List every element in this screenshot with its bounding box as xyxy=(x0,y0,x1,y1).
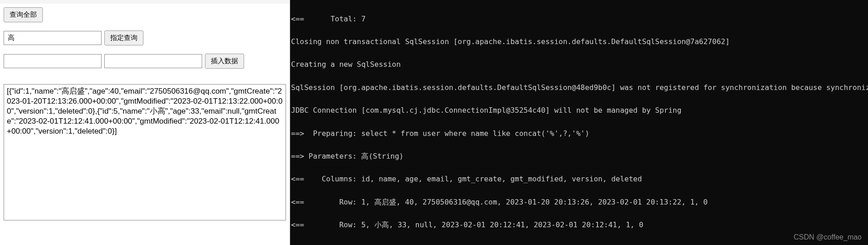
terminal-line: <== Total: 7 xyxy=(291,15,867,23)
query-all-button[interactable]: 查询全部 xyxy=(4,7,43,22)
search-input[interactable] xyxy=(4,31,102,45)
insert-input-1[interactable] xyxy=(4,54,102,68)
browser-content-panel: 查询全部 指定查询 插入数据 [{"id":1,"name":"高启盛","ag… xyxy=(0,0,290,245)
query-all-row: 查询全部 xyxy=(4,7,286,22)
watermark-text: CSDN @coffee_mao xyxy=(794,234,862,241)
result-textarea[interactable]: [{"id":1,"name":"高启盛","age":40,"email":"… xyxy=(4,84,286,220)
insert-row: 插入数据 xyxy=(4,54,286,69)
terminal-panel[interactable]: <== Total: 7 Closing non transactional S… xyxy=(290,0,868,245)
toolbar-hint-area xyxy=(0,0,290,4)
insert-input-2[interactable] xyxy=(104,54,202,68)
search-row: 指定查询 xyxy=(4,30,286,45)
terminal-line: <== Columns: id, name, age, email, gmt_c… xyxy=(291,175,867,183)
terminal-line: <== Row: 5, 小高, 33, null, 2023-02-01 20:… xyxy=(291,221,867,229)
search-button[interactable]: 指定查询 xyxy=(104,30,143,45)
terminal-line: ==> Parameters: 高(String) xyxy=(291,153,867,160)
form-area: 查询全部 指定查询 插入数据 xyxy=(0,4,290,80)
terminal-line: <== Row: 1, 高启盛, 40, 2750506316@qq.com, … xyxy=(291,199,867,206)
terminal-line: JDBC Connection [com.mysql.cj.jdbc.Conne… xyxy=(291,107,867,115)
insert-button[interactable]: 插入数据 xyxy=(205,54,244,69)
terminal-line: SqlSession [org.apache.ibatis.session.de… xyxy=(291,84,867,92)
terminal-line: ==> Preparing: select * from user where … xyxy=(291,130,867,138)
terminal-line: Creating a new SqlSession xyxy=(291,61,867,69)
terminal-line: Closing non transactional SqlSession [or… xyxy=(291,38,867,46)
